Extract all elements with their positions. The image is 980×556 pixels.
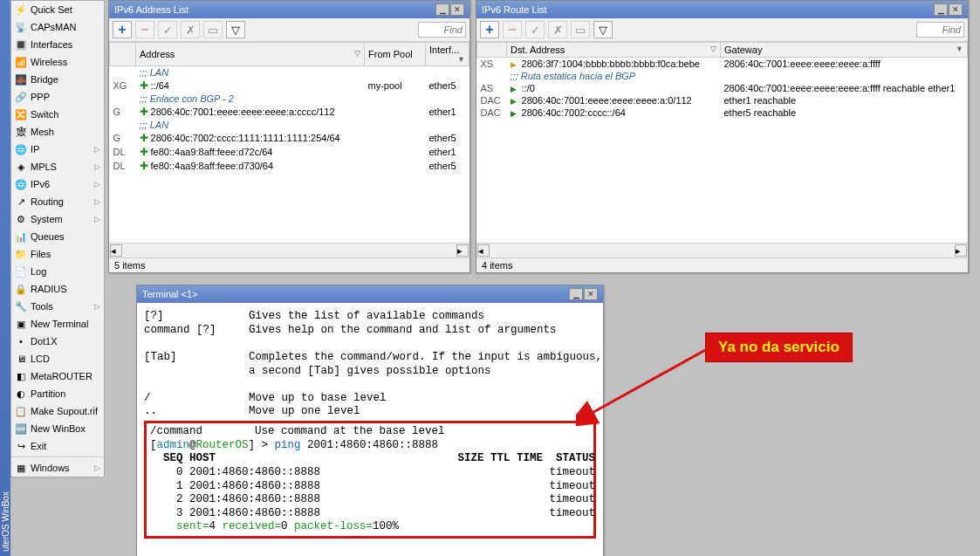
sidebar-item-bridge[interactable]: 🌉Bridge bbox=[11, 71, 104, 88]
sidebar-item-ipv6[interactable]: 🌐IPv6▷ bbox=[11, 175, 104, 193]
menu-icon: 📊 bbox=[15, 230, 27, 243]
col-interface[interactable]: Interf...▼ bbox=[426, 43, 469, 66]
menu-icon: 🔀 bbox=[15, 108, 27, 120]
scroll-left-button[interactable]: ◂ bbox=[110, 244, 122, 257]
menu-label: Tools bbox=[31, 301, 53, 312]
minimize-button[interactable]: ▁ bbox=[934, 3, 948, 16]
col-flags[interactable] bbox=[110, 43, 136, 66]
address-icon: ✚ bbox=[140, 106, 148, 118]
address-icon: ✚ bbox=[140, 132, 148, 144]
sidebar-item-mesh[interactable]: 🕸Mesh bbox=[11, 123, 104, 141]
route-table: Dst. Address▽ Gateway▼ XS▶ 2806:3f7:1004… bbox=[476, 42, 968, 119]
sidebar-item-windows[interactable]: ▦Windows▷ bbox=[11, 459, 104, 477]
col-from-pool[interactable]: From Pool bbox=[365, 43, 426, 66]
window-ipv6-address-list: IPv6 Address List ▁ ✕ + − ✓ ✗ ▭ ▽ Addres… bbox=[108, 0, 470, 273]
remove-button[interactable]: − bbox=[503, 21, 522, 38]
col-gateway[interactable]: Gateway▼ bbox=[721, 43, 968, 58]
disable-button[interactable]: ✗ bbox=[548, 21, 567, 38]
menu-icon: 🖥 bbox=[15, 353, 27, 365]
table-row[interactable]: DAC▶ 2806:40c:7002:cccc::/64ether5 reach… bbox=[477, 106, 968, 119]
table-row[interactable]: ;;; LAN bbox=[110, 66, 469, 79]
sidebar-item-routing[interactable]: ↗Routing▷ bbox=[11, 193, 104, 210]
table-row[interactable]: DAC▶ 2806:40c:7001:eeee:eeee:eeee:a:0/11… bbox=[477, 94, 968, 106]
scroll-right-button[interactable]: ▸ bbox=[456, 244, 469, 257]
comment-button[interactable]: ▭ bbox=[571, 21, 590, 38]
minimize-button[interactable]: ▁ bbox=[569, 288, 583, 300]
col-address[interactable]: Address▽ bbox=[136, 43, 365, 66]
menu-label: RADIUS bbox=[31, 284, 67, 294]
add-button[interactable]: + bbox=[480, 21, 499, 38]
table-row[interactable]: AS▶ ::/02806:40c:7001:eeee:eeee:eeee:a:f… bbox=[477, 82, 968, 94]
sidebar-item-tools[interactable]: 🔧Tools▷ bbox=[11, 298, 104, 315]
table-row[interactable]: DL✚ fe80::4aa9:8aff:feee:d72c/64ether1 bbox=[110, 145, 469, 159]
close-button[interactable]: ✕ bbox=[584, 288, 598, 300]
find-input[interactable] bbox=[916, 22, 964, 38]
menu-label: MPLS bbox=[31, 161, 57, 172]
table-row[interactable]: XG✚ ::/64my-poolether5 bbox=[110, 79, 469, 93]
close-button[interactable]: ✕ bbox=[450, 3, 464, 16]
menu-icon: ↗ bbox=[15, 196, 27, 208]
menu-label: Windows bbox=[31, 463, 70, 473]
menu-icon: ⚙ bbox=[15, 213, 27, 225]
scroll-right-button[interactable]: ▸ bbox=[955, 244, 967, 257]
scroll-left-button[interactable]: ◂ bbox=[477, 244, 490, 257]
sidebar-item-make-supout-rif[interactable]: 📋Make Supout.rif bbox=[11, 402, 104, 420]
sidebar-item-queues[interactable]: 📊Queues bbox=[11, 228, 104, 245]
sidebar-item-switch[interactable]: 🔀Switch bbox=[11, 106, 104, 123]
route-inactive-icon: ▶ bbox=[511, 60, 517, 69]
terminal-output[interactable]: [?] Gives the list of available commands… bbox=[137, 303, 603, 556]
col-dst-address[interactable]: Dst. Address▽ bbox=[507, 43, 721, 58]
table-row[interactable]: ;;; LAN bbox=[110, 119, 469, 131]
filter-button[interactable]: ▽ bbox=[593, 21, 613, 38]
add-button[interactable]: + bbox=[113, 21, 132, 38]
menu-icon: 🆕 bbox=[15, 422, 27, 435]
sidebar-item-radius[interactable]: 🔒RADIUS bbox=[11, 280, 104, 298]
sidebar-item-dot1x[interactable]: •Dot1X bbox=[11, 333, 104, 350]
sidebar-item-exit[interactable]: ↪Exit bbox=[11, 437, 104, 455]
menu-icon: 🌐 bbox=[15, 178, 27, 190]
menu-icon: ⚡ bbox=[15, 3, 27, 16]
sidebar-item-capsman[interactable]: 📡CAPsMAN bbox=[11, 18, 104, 36]
enable-button[interactable]: ✓ bbox=[158, 21, 177, 38]
table-row[interactable]: G✚ 2806:40c:7002:cccc:1111:1111:1111:254… bbox=[110, 131, 469, 145]
sidebar-item-log[interactable]: 📄Log bbox=[11, 263, 104, 280]
disable-button[interactable]: ✗ bbox=[181, 21, 200, 38]
sidebar-item-partition[interactable]: ◐Partition bbox=[11, 385, 104, 402]
table-row[interactable]: G✚ 2806:40c:7001:eeee:eeee:eeee:a:cccc/1… bbox=[110, 105, 469, 119]
sidebar-item-interfaces[interactable]: 🔳Interfaces bbox=[11, 36, 104, 53]
sidebar-item-new-winbox[interactable]: 🆕New WinBox bbox=[11, 420, 104, 437]
table-row[interactable]: ;;; Ruta estatica hacia el BGP bbox=[477, 70, 968, 82]
submenu-arrow-icon: ▷ bbox=[94, 463, 100, 472]
sidebar-item-ppp[interactable]: 🔗PPP bbox=[11, 88, 104, 106]
table-row[interactable]: ;;; Enlace con BGP - 2 bbox=[110, 93, 469, 105]
table-row[interactable]: XS▶ 2806:3f7:1004:bbbb:bbbb:bbbb:f0ca:be… bbox=[477, 58, 968, 71]
sidebar-item-quick-set[interactable]: ⚡Quick Set bbox=[11, 1, 104, 18]
sidebar-item-mpls[interactable]: ◈MPLS▷ bbox=[11, 158, 104, 175]
statusbar: 5 items bbox=[109, 257, 469, 272]
titlebar[interactable]: IPv6 Route List ▁ ✕ bbox=[476, 1, 968, 18]
remove-button[interactable]: − bbox=[135, 21, 154, 38]
table-row[interactable]: DL✚ fe80::4aa9:8aff:feee:d730/64ether5 bbox=[110, 159, 469, 173]
sidebar-item-metarouter[interactable]: ◧MetaROUTER bbox=[11, 367, 104, 385]
sidebar-item-wireless[interactable]: 📶Wireless bbox=[11, 53, 104, 71]
titlebar[interactable]: Terminal <1> ▁ ✕ bbox=[137, 285, 603, 303]
enable-button[interactable]: ✓ bbox=[525, 21, 545, 38]
sidebar-item-ip[interactable]: 🌐IP▷ bbox=[11, 141, 104, 158]
window-terminal: Terminal <1> ▁ ✕ [?] Gives the list of a… bbox=[136, 285, 604, 556]
col-flags[interactable] bbox=[477, 43, 507, 58]
menu-label: CAPsMAN bbox=[31, 22, 77, 32]
minimize-button[interactable]: ▁ bbox=[435, 3, 449, 16]
find-input[interactable] bbox=[418, 22, 466, 38]
sidebar-item-new-terminal[interactable]: ▣New Terminal bbox=[11, 315, 104, 333]
sidebar-item-lcd[interactable]: 🖥LCD bbox=[11, 350, 104, 367]
menu-icon: 🌐 bbox=[15, 143, 27, 155]
close-button[interactable]: ✕ bbox=[949, 3, 963, 16]
menu-icon: 📁 bbox=[15, 248, 27, 260]
menu-label: Make Supout.rif bbox=[31, 406, 98, 416]
sidebar-item-files[interactable]: 📁Files bbox=[11, 245, 104, 263]
sidebar-item-system[interactable]: ⚙System▷ bbox=[11, 210, 104, 228]
comment-button[interactable]: ▭ bbox=[203, 21, 223, 38]
titlebar[interactable]: IPv6 Address List ▁ ✕ bbox=[109, 1, 469, 18]
menu-label: Mesh bbox=[31, 127, 54, 137]
filter-button[interactable]: ▽ bbox=[226, 21, 245, 38]
